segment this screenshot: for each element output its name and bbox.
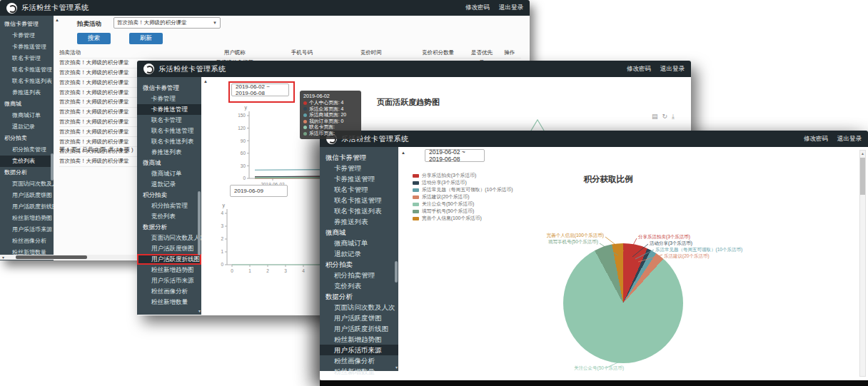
sidebar-menu-item[interactable]: 联名卡推送管理 (137, 126, 201, 136)
sidebar-menu-item[interactable]: 联名卡管理 (320, 184, 398, 195)
sidebar-menu-item[interactable]: 粉丝画像分析 (320, 355, 398, 366)
col-header[interactable]: 操作 (498, 49, 521, 56)
legend-item[interactable]: 分享乐活拍卖(3个乐活币) (413, 172, 513, 179)
sidebar-menu-item[interactable]: 竞价列表 (137, 211, 201, 222)
scroll-down-icon[interactable]: ▾ (395, 365, 398, 370)
sidebar-menu-item[interactable]: 券推送列表 (137, 147, 201, 158)
vertical-scrollbar-thumb[interactable] (860, 158, 865, 195)
horizontal-scrollbar-thumb[interactable] (16, 255, 87, 259)
date-input[interactable]: 2019-06-09 (230, 185, 288, 197)
vertical-scrollbar[interactable]: ▲ (859, 150, 866, 377)
date-range-input[interactable]: 2019-06-02 ~ 2019-06-08 (231, 83, 289, 96)
sidebar-scrollbar-thumb[interactable] (198, 191, 201, 255)
sidebar-menu-item[interactable]: 微商城 (137, 158, 201, 168)
pie-chart[interactable] (563, 243, 683, 363)
sidebar-menu-item[interactable]: 微商城订单 (137, 168, 201, 179)
sidebar-menu-item[interactable]: 卡券管理 (0, 30, 54, 41)
sidebar-menu-item[interactable]: 积分拍卖管理 (0, 144, 54, 156)
sidebar-menu-item[interactable]: 积分拍卖管理 (320, 270, 398, 280)
change-password-link[interactable]: 修改密码 (804, 135, 828, 143)
search-button[interactable]: 搜索 (77, 33, 111, 44)
sidebar-menu-item[interactable]: 退款记录 (137, 179, 201, 190)
sidebar-menu-item[interactable]: 用户乐活币来源 (320, 345, 398, 355)
col-header[interactable]: 拍卖活动 (59, 49, 198, 56)
sidebar-menu-item[interactable]: 页面访问次数及人次 (0, 178, 54, 190)
sidebar-menu-item[interactable]: 联名卡推送管理 (0, 64, 54, 76)
legend-item[interactable]: 乐活建议(20个乐活币) (413, 193, 513, 200)
sidebar-menu-item[interactable]: 粉丝画像分析 (0, 235, 54, 247)
sidebar-menu-item[interactable]: 卡券管理 (320, 163, 398, 173)
sidebar-menu-item[interactable]: 微信卡券管理 (0, 19, 54, 30)
legend-item[interactable]: 关注公众号(50个乐活币) (413, 200, 513, 208)
scroll-up-icon[interactable]: ▲ (861, 151, 864, 156)
sidebar-menu-item[interactable]: 积分拍卖 (137, 190, 201, 200)
date-range-input[interactable]: 2019-06-02 ~ 2019-06-08 (425, 149, 485, 162)
scroll-up-icon[interactable]: ▲ (401, 151, 405, 155)
sidebar-menu-item[interactable]: 退款记录 (320, 248, 398, 259)
sidebar-menu-item[interactable]: 微信卡券管理 (320, 152, 398, 163)
sidebar-menu-item[interactable]: 用户活跃度折线图 (0, 201, 54, 213)
sidebar-menu-item[interactable]: 用户乐活币来源 (0, 224, 54, 235)
legend-item[interactable]: 乐活常见题（每周五可领取）(10个乐活币) (413, 186, 513, 193)
scroll-down-icon[interactable]: ▾ (2, 255, 4, 260)
sidebar-menu-item[interactable]: 联名卡管理 (0, 53, 54, 64)
sidebar-menu-item[interactable]: 联名卡推送列表 (320, 205, 398, 216)
sidebar-menu-item[interactable]: 粉丝新增趋势图 (320, 334, 398, 345)
sidebar-menu-item[interactable]: 联名卡推送管理 (320, 195, 398, 205)
col-header[interactable]: 是否优先 (465, 49, 498, 56)
sidebar-menu-item[interactable]: 用户活跃度折线图 (320, 323, 398, 334)
sidebar-menu-item[interactable]: 用户活跃度饼图 (137, 243, 201, 254)
sidebar-menu-item[interactable]: 积分拍卖 (0, 133, 54, 144)
col-header[interactable]: 手机号码 (272, 49, 332, 56)
sidebar-menu-item[interactable]: 粉丝新增数量 (320, 366, 398, 377)
sidebar-menu-item[interactable]: 退款记录 (0, 121, 54, 133)
sidebar-menu-item[interactable]: 竞价列表 (320, 280, 398, 291)
sidebar-menu-item[interactable]: 联名卡管理 (137, 115, 201, 126)
sidebar-menu-item[interactable]: 卡券推送管理 (320, 173, 398, 184)
legend-item[interactable]: 活动分享(3个乐活币) (413, 179, 513, 186)
sidebar-menu-item[interactable]: 券推送列表 (320, 216, 398, 227)
sidebar-menu-item[interactable]: 微商城 (320, 227, 398, 238)
col-header[interactable]: 竞价时间 (332, 49, 410, 56)
sidebar-menu-item[interactable]: 用户活跃度饼图 (320, 313, 398, 323)
col-header[interactable]: 竞价积分数量 (410, 49, 466, 56)
sidebar-menu-item[interactable]: 用户活跃度折线图 (137, 254, 201, 265)
sidebar-menu-item[interactable]: 数据分析 (320, 291, 398, 302)
sidebar-menu-item[interactable]: 卡券推送管理 (0, 41, 54, 53)
legend-item[interactable]: 填写手机号(50个乐活币) (413, 208, 513, 215)
sidebar-menu-item[interactable]: 粉丝新增趋势图 (137, 265, 201, 275)
sidebar-menu-item[interactable]: 卡券推送管理 (137, 104, 201, 115)
col-header[interactable]: 用户昵称 (198, 49, 272, 56)
sidebar-menu-item[interactable]: 卡券管理 (137, 93, 201, 104)
scroll-down-icon[interactable]: ▾ (198, 308, 201, 313)
sidebar-menu-item[interactable]: 粉丝新增数量 (137, 297, 201, 308)
sidebar-menu-item[interactable]: 用户活跃度饼图 (0, 190, 54, 201)
sidebar-menu-item[interactable]: 用户乐活币来源 (137, 275, 201, 286)
sidebar-menu-item[interactable]: 页面访问次数及人次 (137, 233, 201, 243)
change-password-link[interactable]: 修改密码 (465, 4, 490, 12)
sidebar-menu-item[interactable]: 联名卡推送列表 (0, 76, 54, 87)
change-password-link[interactable]: 修改密码 (627, 65, 651, 73)
scroll-up-icon[interactable]: ▲ (203, 79, 208, 83)
auction-activity-select[interactable]: 首次拍卖！大师级的积分课堂 ▼ (113, 17, 221, 29)
sidebar-menu-item[interactable]: 微商城订单 (0, 110, 54, 121)
sidebar-menu-item[interactable]: 粉丝新增趋势图 (0, 213, 54, 224)
sidebar-menu-item[interactable]: 积分拍卖管理 (137, 200, 201, 211)
sidebar-scrollbar-thumb[interactable] (395, 261, 398, 283)
logout-link[interactable]: 退出登录 (837, 135, 862, 143)
sidebar-menu-item[interactable]: 微信卡券管理 (137, 83, 201, 93)
sidebar-menu-item[interactable]: 微商城 (0, 98, 54, 110)
logout-link[interactable]: 退出登录 (660, 65, 685, 73)
logout-link[interactable]: 退出登录 (499, 4, 523, 12)
refresh-button[interactable]: 刷新 (129, 33, 163, 44)
sidebar-menu-item[interactable]: 数据分析 (137, 222, 201, 233)
sidebar-menu-item[interactable]: 微商城订单 (320, 238, 398, 248)
sidebar-menu-item[interactable]: 券推送列表 (0, 87, 54, 98)
sidebar-menu-item[interactable]: 粉丝画像分析 (137, 286, 201, 297)
sidebar-menu-item[interactable]: 联名卡推送列表 (137, 136, 201, 147)
sidebar-menu-item[interactable]: 竞价列表 (0, 156, 54, 167)
scroll-up-icon[interactable]: ▲ (55, 18, 59, 22)
sidebar-menu-item[interactable]: 页面访问次数及人次 (320, 302, 398, 313)
sidebar-menu-item[interactable]: 积分拍卖 (320, 259, 398, 270)
sidebar-menu-item[interactable]: 数据分析 (0, 167, 54, 178)
